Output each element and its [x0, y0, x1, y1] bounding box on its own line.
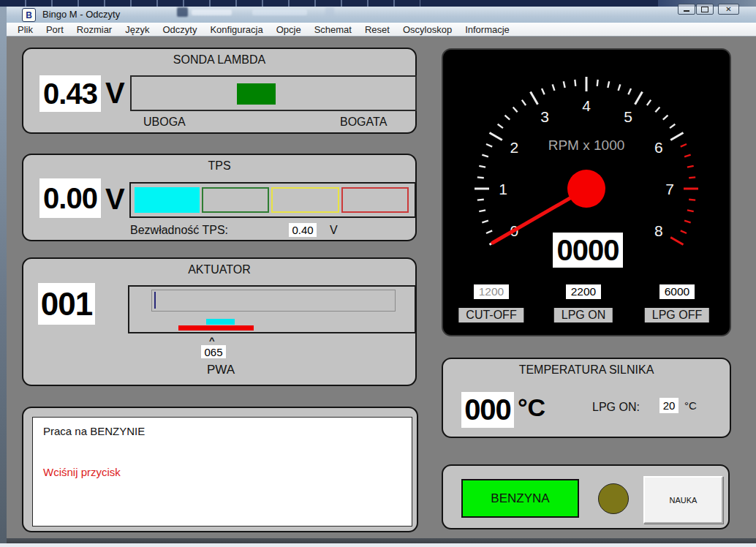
- temperature-unit: °C: [518, 393, 545, 422]
- actuator-red-bar: [178, 325, 254, 331]
- lpg-on-label: LPG ON: [554, 308, 613, 322]
- menubar: Plik Port Rozmiar Język Odczyty Konfigur…: [7, 23, 756, 37]
- background-window-tabs: [0, 0, 756, 7]
- tps-bar: [129, 182, 416, 218]
- menu-item-port[interactable]: Port: [39, 23, 70, 36]
- menu-item-rozmiar[interactable]: Rozmiar: [70, 23, 118, 36]
- actuator-position-display: 065: [201, 345, 226, 358]
- status-line-1: Praca na BENZYNIE: [43, 425, 145, 437]
- tps-title: TPS: [23, 159, 415, 173]
- window-bottom-frame: [7, 538, 756, 543]
- background-ghost-text: [192, 10, 232, 15]
- tps-segment-green: [202, 187, 270, 213]
- cutoff-rpm-field[interactable]: 1200: [474, 284, 509, 299]
- screen: B Bingo M - Odczyty ✕ Plik Port Rozmiar …: [0, 0, 756, 547]
- temperature-value-display: 000: [461, 392, 514, 428]
- background-window-left-edge: [0, 7, 7, 543]
- menu-item-opcje[interactable]: Opcje: [270, 23, 308, 36]
- actuator-progress-bar: [151, 290, 396, 312]
- maximize-button[interactable]: [696, 4, 714, 15]
- menu-item-oscyloskop[interactable]: Oscyloskop: [396, 23, 458, 36]
- actuator-cyan-bar: [206, 319, 235, 325]
- cutoff-label: CUT-OFF: [458, 308, 523, 322]
- svg-text:5: 5: [624, 108, 632, 125]
- menu-item-plik[interactable]: Plik: [11, 23, 39, 36]
- close-icon: ✕: [725, 6, 731, 13]
- svg-text:8: 8: [654, 222, 663, 239]
- svg-text:4: 4: [582, 97, 591, 114]
- temperature-panel: TEMPERATURA SILNIKA 000 °C LPG ON: 20 °C: [442, 358, 731, 438]
- background-ghost-favicon: [177, 7, 188, 17]
- rpm-display: 0000: [553, 233, 623, 268]
- lpg-off-label: LPG OFF: [645, 308, 709, 322]
- menu-item-konfiguracja[interactable]: Konfiguracja: [203, 23, 269, 36]
- lambda-title: SONDA LAMBDA: [23, 53, 415, 67]
- lpg-on-temp-label: LPG ON:: [592, 401, 640, 414]
- learn-button[interactable]: NAUKA: [643, 476, 723, 524]
- rpm-gauge-panel: 012345678 RPM x 1000 0000 1200 2200 6000…: [442, 48, 731, 336]
- tps-inertia-unit: V: [330, 224, 338, 237]
- rpm-scale-label: RPM x 1000: [443, 137, 730, 154]
- status-line-2: Wciśnij przycisk: [43, 466, 121, 478]
- app-icon: B: [22, 8, 36, 22]
- actuator-value-display: 001: [38, 283, 95, 325]
- minimize-button[interactable]: [678, 4, 695, 15]
- svg-text:7: 7: [665, 181, 674, 197]
- tps-segment-active: [135, 187, 200, 213]
- actuator-bar-container: [128, 285, 416, 333]
- titlebar: B Bingo M - Odczyty: [7, 7, 756, 23]
- actuator-title: AKTUATOR: [23, 263, 415, 276]
- menu-item-schemat[interactable]: Schemat: [308, 23, 358, 36]
- fuel-button[interactable]: BENZYNA: [461, 479, 579, 518]
- menu-item-reset[interactable]: Reset: [358, 23, 396, 36]
- lambda-indicator: [237, 83, 276, 105]
- actuator-progress-cursor: [154, 292, 156, 309]
- lambda-lean-label: UBOGA: [143, 116, 186, 129]
- tps-value-display: 0.00: [39, 178, 101, 218]
- lpg-on-rpm-field[interactable]: 2200: [566, 284, 601, 299]
- lambda-panel: SONDA LAMBDA 0.43 V UBOGA BOGATA: [22, 48, 417, 134]
- actuator-pwa-label: PWA: [199, 363, 243, 377]
- menu-item-odczyty[interactable]: Odczyty: [156, 23, 203, 36]
- actuator-panel: AKTUATOR 001 ^ 065 PWA: [22, 257, 417, 386]
- tps-panel: TPS 0.00 V Bezwładność TPS: 0.40 V: [22, 154, 417, 241]
- actuator-marker: ^: [209, 335, 215, 346]
- close-button[interactable]: ✕: [718, 4, 739, 15]
- client-area: SONDA LAMBDA 0.43 V UBOGA BOGATA TPS 0.0…: [7, 37, 756, 538]
- tps-inertia-field[interactable]: 0.40: [289, 223, 317, 237]
- lpg-on-temp-unit: °C: [684, 399, 697, 412]
- lambda-value-display: 0.43: [39, 75, 101, 112]
- maximize-icon: [701, 7, 708, 12]
- background-ghost-button: [325, 7, 334, 16]
- menu-item-informacje[interactable]: Informacje: [458, 23, 516, 36]
- lambda-rich-label: BOGATA: [340, 116, 387, 129]
- lambda-unit: V: [105, 77, 125, 110]
- tps-unit: V: [105, 183, 125, 216]
- lpg-on-temp-field[interactable]: 20: [659, 398, 678, 413]
- minimize-icon: [684, 10, 689, 12]
- svg-text:1: 1: [499, 181, 507, 197]
- lambda-bar: [130, 75, 417, 111]
- lpg-off-rpm-field[interactable]: 6000: [659, 284, 695, 299]
- fuel-controls-panel: BENZYNA NAUKA: [442, 464, 730, 529]
- tps-segment-yellow: [271, 187, 339, 213]
- temperature-title: TEMPERATURA SILNIKA: [443, 363, 730, 377]
- window-title: Bingo M - Odczyty: [42, 9, 120, 20]
- background-taskbar-edge: [0, 543, 756, 547]
- svg-text:3: 3: [540, 108, 549, 125]
- tps-segment-red: [341, 187, 409, 213]
- background-ghost-text: [252, 10, 307, 15]
- background-tab-separators: [0, 0, 420, 7]
- status-led: [598, 483, 629, 514]
- status-message-box: Praca na BENZYNIE Wciśnij przycisk: [32, 417, 412, 527]
- menu-item-jezyk[interactable]: Język: [118, 23, 156, 36]
- status-panel: Praca na BENZYNIE Wciśnij przycisk: [22, 407, 418, 532]
- tps-inertia-label: Bezwładność TPS:: [130, 224, 228, 237]
